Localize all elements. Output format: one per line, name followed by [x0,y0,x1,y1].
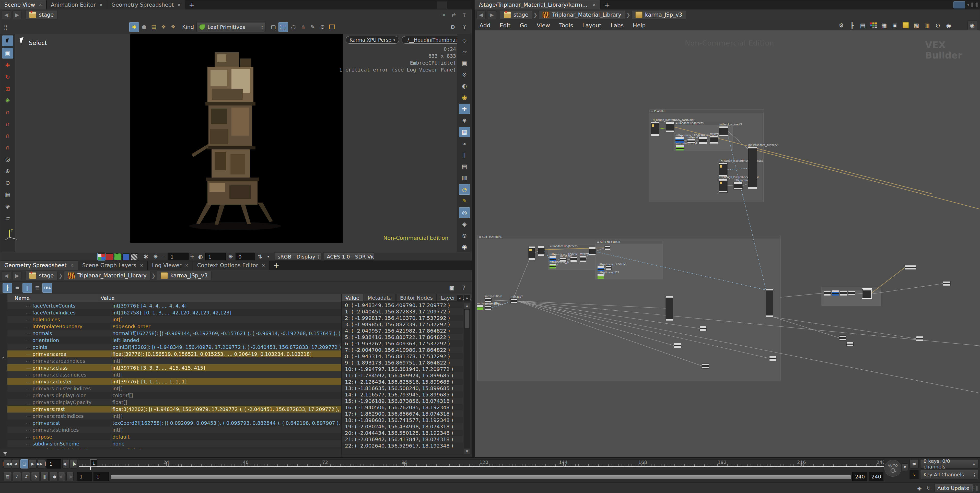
display-extra-dropdown-icon[interactable]: ▾ [265,252,272,261]
point-value-row[interactable]: 8: ( -1.943314, 156.881378, 17.537292 ) [342,353,463,359]
go-to-start-button[interactable]: ▏◀◀ [3,459,11,469]
tab-scene-graph-layers[interactable]: Scene Graph Layers✕ [78,261,148,270]
kind-dropdown[interactable]: Leaf Primitives ▴▾ [196,22,266,32]
table-row[interactable]: primvars:area:indicesint[] [7,357,341,364]
adapt-exposure-icon[interactable]: ✱ [141,252,151,261]
point-value-row[interactable]: 5: ( -1.938416, 156.880722, 17.864822 ) [342,334,463,340]
menu-labs[interactable]: Labs [606,22,628,29]
point-value-row[interactable]: 7: ( -2.004700, 156.410980, 17.864822 ) [342,347,463,353]
stop-button[interactable]: □ [21,459,28,469]
menu-layout[interactable]: Layout [578,22,606,29]
menu-tools[interactable]: Tools [555,22,578,29]
point-value-row[interactable]: 19: ( -2.080246, 156.434998, 18.074318 ) [342,423,463,429]
network-canvas[interactable]: Non-Commercial Edition VEX Builder ≡ PLA… [475,30,980,457]
breadcrumb-stage[interactable]: stage [500,10,532,19]
lighting-icon[interactable]: ◐ [459,81,470,91]
flipbook-icon[interactable]: ▦ [2,189,13,199]
playhead-flag[interactable]: 1 [90,460,97,467]
forward-button[interactable]: ▶ [487,11,496,19]
graph-node[interactable] [598,266,604,268]
point-value-row[interactable]: 20: ( -2.044434, 156.550125, 18.192348 ) [342,429,463,436]
snap-curve-icon[interactable]: ∩ [2,119,13,129]
graph-node[interactable] [863,289,871,298]
table-row[interactable]: interpolateBoundaryedgeAndCorner [7,323,341,330]
geometry-alt-icon[interactable]: ❖ [169,22,178,32]
stereo-glasses-icon[interactable]: ∞ [459,139,470,148]
lasso-region-icon[interactable]: ✎ [459,196,470,206]
range-slider[interactable] [111,475,851,479]
footer-funnel-icon[interactable] [3,452,7,454]
table-row[interactable]: normalsnormal3f[162758]: [( -0.969144, -… [7,330,341,337]
table-row[interactable]: subdivisionSchemenone [7,440,341,447]
exposure-minus-button[interactable]: – [161,252,167,261]
pen-select-icon[interactable]: ✎ [308,22,317,32]
pane-grip-handle[interactable] [971,3,978,7]
table-row[interactable]: primvars:sttexCoord2f[162758]: [( 0.0920… [7,420,341,426]
show-all-icon[interactable]: ✱ [129,22,139,32]
table-row[interactable]: primvars:displayOpacityfloat[] [7,399,341,406]
table-row[interactable]: primvars:displayColorcolor3f[] [7,392,341,399]
table-row[interactable]: primvars:st:indicesint[] [7,426,341,433]
table-row[interactable]: primvars:cluster:indicesint[] [7,385,341,392]
point-value-row[interactable]: 3: ( -1.989853, 156.882339, 17.537292 ) [342,321,463,328]
graph-node[interactable] [549,256,556,258]
snapshot-icon[interactable]: ◈ [2,201,13,211]
point-value-row[interactable]: 21: ( -2.036942, 156.417847, 18.074318 ) [342,436,463,442]
auto-key-button[interactable]: AUTO [885,460,901,477]
visibility-icon[interactable]: ◉ [459,92,470,102]
point-value-row[interactable]: 4: ( -2.049957, 156.421982, 17.864822 ) [342,328,463,334]
marquee-select-icon[interactable] [278,22,288,32]
graph-node[interactable] [477,305,484,307]
notes-icon[interactable]: ▤ [858,21,868,30]
breadcrumb-stage[interactable]: stage [25,10,57,19]
new-tab-button[interactable]: + [270,261,283,270]
point-value-row[interactable]: 6: ( -1.953262, 156.409363, 17.537292 ) [342,340,463,347]
pause-display-icon[interactable]: ‖ [459,150,470,160]
hierarchy-icon[interactable]: ┠ [847,21,857,30]
layout-boxes-icon[interactable]: ▣ [890,21,900,30]
table-row[interactable]: primvars:class:indicesint[] [7,371,341,378]
menu-view[interactable]: View [532,22,555,29]
graph-node[interactable] [766,289,773,317]
render-board-icon[interactable]: ▥ [459,173,470,183]
channel-red-swatch[interactable] [106,253,113,260]
lock-camera-icon[interactable]: ▣ [459,58,470,68]
detail-tab-metadata[interactable]: Metadata [364,294,396,302]
new-tab-button[interactable]: + [600,0,613,10]
find-icon[interactable]: ⊙ [933,21,943,30]
detail-tab-value[interactable]: Value [342,294,363,302]
rows-view-icon[interactable]: ≣ [33,283,42,292]
keys-summary-button[interactable]: 0 keys, 0/0 channels▲ [920,459,978,469]
range-step-forward-button[interactable]: ▕▶ [67,472,73,481]
tools-icon[interactable]: ⚙ [837,21,846,30]
help-icon[interactable]: ? [461,12,468,18]
thumbnails-icon[interactable]: ▤ [459,161,470,171]
scoped-channels-icon[interactable]: ⇄ [910,459,919,469]
menu-add[interactable]: Add [475,22,495,29]
scale-tool-icon[interactable]: ⊞ [2,84,13,94]
headlight-off-icon[interactable]: ⊘ [459,70,470,79]
scroll-up-icon[interactable]: ▲ [464,303,470,309]
range-end-field[interactable]: 240 [852,472,867,481]
point-value-row[interactable]: 18: ( -1.898682, 156.741577, 18.192348 ) [342,417,463,423]
brain-icon[interactable]: ◉ [916,485,923,492]
table-row[interactable]: faceVertexIndicesint[162758]: [0, 1, 3, … [7,309,341,316]
spreadsheet-help-icon[interactable]: ? [459,283,469,293]
graph-node[interactable] [832,290,839,292]
grid-plane-icon[interactable]: ◇ [459,35,470,45]
table-row[interactable]: purposedefault [7,433,341,440]
spreadsheet-options-icon[interactable]: ▣ [447,283,456,293]
global-start-field[interactable]: 1 [76,472,92,481]
forward-button[interactable]: ▶ [13,271,22,280]
stats-pie-icon[interactable]: ◔ [459,184,470,194]
table-row[interactable]: primvars:restfloat3[42202]: [( -1.948349… [7,406,341,412]
global-end-field[interactable]: 240 [869,472,883,481]
play-button[interactable]: ▶ [29,459,37,469]
point-value-row[interactable]: 22: ( -2.002640, 156.529617, 18.192348 ) [342,442,463,449]
pane-menu-icon[interactable]: ▾ [967,3,969,7]
background-checker-icon[interactable]: ▦ [459,127,470,137]
colorspace-dropdown[interactable]: sRGB - Display▴▾ [275,253,321,261]
new-tab-button[interactable]: + [185,0,198,10]
tab-log-viewer[interactable]: Log Viewer✕ [148,261,193,270]
pane-display-icon[interactable] [437,1,447,9]
